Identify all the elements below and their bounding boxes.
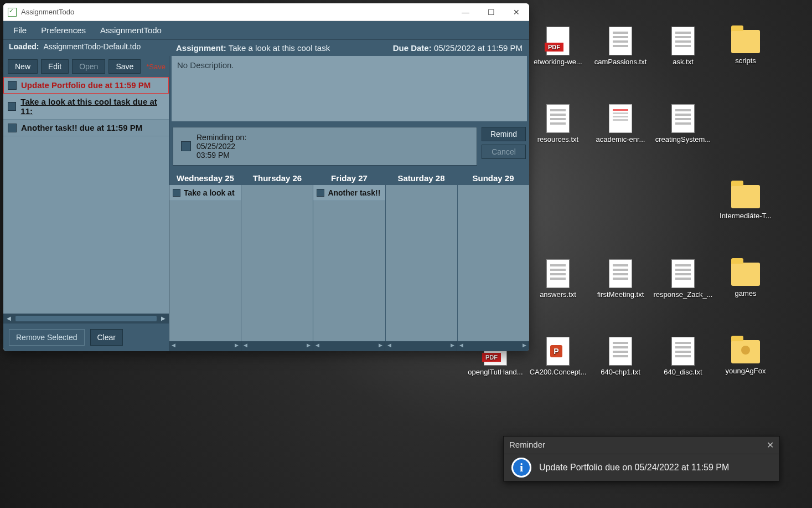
new-button[interactable]: New xyxy=(8,59,38,74)
event-label: Take a look at xyxy=(184,188,235,197)
reminder-box[interactable]: Reminding on: 05/25/2022 03:59 PM xyxy=(173,127,477,166)
desktop-icon[interactable]: 640-chp1.txt xyxy=(590,337,651,376)
edit-button[interactable]: Edit xyxy=(41,59,69,74)
desktop-icon[interactable]: firstMeeting.txt xyxy=(590,259,651,299)
remind-button[interactable]: Remind xyxy=(482,127,526,141)
menubar: File Preferences AssignmentTodo xyxy=(3,21,529,40)
detail-header: Assignment: Take a look at this cool tas… xyxy=(169,40,529,56)
desktop-icon[interactable]: etworking-we... xyxy=(527,27,588,66)
txt-icon xyxy=(671,104,695,133)
reminder-toast[interactable]: Reminder ✕ Update Portfolio due on 05/24… xyxy=(503,436,780,481)
day-header: Saturday 28 xyxy=(385,171,457,185)
task-item[interactable]: Another task!! due at 11:59 PM xyxy=(3,120,169,136)
reminder-row: Reminding on: 05/25/2022 03:59 PM Remind… xyxy=(169,124,529,169)
menu-file[interactable]: File xyxy=(13,25,27,35)
assignment-value: Take a look at this cool task xyxy=(229,43,330,53)
task-label: Another task!! due at 11:59 PM xyxy=(21,123,142,132)
toast-close-button[interactable]: ✕ xyxy=(767,440,774,450)
calendar-header: Wednesday 25Thursday 26Friday 27Saturday… xyxy=(169,171,529,185)
desktop-icon[interactable]: answers.txt xyxy=(527,259,588,299)
task-checkbox[interactable] xyxy=(8,81,17,90)
desktop-icon[interactable]: 640_disc.txt xyxy=(653,337,713,376)
desktop-icon-label: academic-enr... xyxy=(590,135,651,143)
desktop-icon[interactable]: camPassions.txt xyxy=(590,27,651,66)
close-button[interactable]: ✕ xyxy=(504,3,529,21)
task-item[interactable]: Update Portfolio due at 11:59 PM xyxy=(3,77,169,94)
content: New Edit Open Save *Save Update Portfoli… xyxy=(3,56,529,351)
day-header: Friday 27 xyxy=(313,171,385,185)
menu-about[interactable]: AssignmentTodo xyxy=(100,25,162,35)
scroll-left-icon[interactable]: ◀ xyxy=(6,315,12,322)
task-checkbox[interactable] xyxy=(8,124,17,132)
reminder-line3: 03:59 PM xyxy=(196,151,246,160)
calendar: Wednesday 25Thursday 26Friday 27Saturday… xyxy=(169,171,529,351)
doc-icon xyxy=(609,104,632,133)
reminder-text: Reminding on: 05/25/2022 03:59 PM xyxy=(196,133,246,160)
desktop-icon[interactable]: games xyxy=(715,259,776,297)
open-button[interactable]: Open xyxy=(72,59,105,74)
day-scrollbar[interactable] xyxy=(241,341,313,351)
menu-preferences[interactable]: Preferences xyxy=(41,25,86,35)
event-checkbox[interactable] xyxy=(173,189,180,197)
calendar-event[interactable]: Take a look at xyxy=(169,185,241,201)
save-button[interactable]: Save xyxy=(108,59,141,74)
reminder-checkbox[interactable] xyxy=(181,141,191,151)
task-toolbar: New Edit Open Save *Save xyxy=(3,56,169,77)
desktop-icon-label: firstMeeting.txt xyxy=(590,290,651,299)
desktop-icon-label: camPassions.txt xyxy=(590,58,651,66)
desktop-icon-label: 640-chp1.txt xyxy=(590,368,651,376)
day-scrollbar[interactable] xyxy=(313,341,385,351)
day-scrollbar[interactable] xyxy=(385,341,457,351)
scroll-thumb[interactable] xyxy=(15,316,157,321)
desktop-icon[interactable]: academic-enr... xyxy=(590,104,651,143)
day-scrollbar[interactable] xyxy=(457,341,529,351)
desktop-icon[interactable]: ask.txt xyxy=(653,27,713,66)
txt-icon xyxy=(609,27,632,55)
event-checkbox[interactable] xyxy=(317,189,324,197)
remove-selected-button[interactable]: Remove Selected xyxy=(9,329,85,346)
cancel-reminder-button[interactable]: Cancel xyxy=(482,145,526,159)
desktop-icon[interactable]: response_Zack_... xyxy=(653,259,713,299)
desktop-icon[interactable]: CA200.Concept... xyxy=(527,337,588,376)
txt-icon xyxy=(609,337,632,366)
day-scrollbar[interactable] xyxy=(169,341,241,351)
folder-icon xyxy=(731,263,760,286)
unsaved-indicator: *Save xyxy=(146,63,165,71)
clear-button[interactable]: Clear xyxy=(90,329,123,346)
day-column[interactable]: Another task!! xyxy=(313,185,385,341)
day-column[interactable] xyxy=(386,185,458,341)
txt-icon xyxy=(671,27,695,55)
calendar-event[interactable]: Another task!! xyxy=(313,185,385,201)
desktop-icon[interactable]: youngAgFox xyxy=(715,337,776,375)
calendar-footer xyxy=(169,341,529,351)
task-list[interactable]: Update Portfolio due at 11:59 PMTake a l… xyxy=(3,77,169,314)
task-label: Take a look at this cool task due at 11: xyxy=(20,97,164,116)
left-panel: New Edit Open Save *Save Update Portfoli… xyxy=(3,56,169,351)
day-column[interactable] xyxy=(458,185,529,341)
txt-icon xyxy=(609,259,632,288)
desktop-icon-label: etworking-we... xyxy=(527,58,588,66)
maximize-button[interactable]: ☐ xyxy=(478,3,504,21)
scroll-right-icon[interactable]: ▶ xyxy=(160,315,167,322)
info-icon xyxy=(511,458,531,478)
desktop-icon-label: 640_disc.txt xyxy=(653,368,713,376)
toast-header: Reminder ✕ xyxy=(504,437,779,454)
desktop-icon[interactable]: Intermediáte-T... xyxy=(715,182,776,220)
desktop-icon[interactable]: resources.txt xyxy=(527,104,588,143)
day-column[interactable]: Take a look at xyxy=(169,185,241,341)
pfolder-icon xyxy=(731,340,760,363)
loaded-bar: Loaded: AssignmentTodo-Default.tdo xyxy=(3,40,169,53)
minimize-button[interactable]: — xyxy=(453,3,478,21)
task-list-scrollbar[interactable]: ◀ ▶ xyxy=(3,314,169,324)
desktop-icon[interactable]: scripts xyxy=(715,27,776,65)
app-chrome: File Preferences AssignmentTodo Loaded: … xyxy=(3,21,529,351)
assignment-label: Assignment: xyxy=(176,43,226,53)
task-checkbox[interactable] xyxy=(8,102,16,111)
task-item[interactable]: Take a look at this cool task due at 11: xyxy=(3,94,169,120)
desktop-icon[interactable]: creatingSystem... xyxy=(653,104,713,143)
description-box[interactable]: No Description. xyxy=(172,56,527,121)
desktop-icon-label: games xyxy=(715,289,776,297)
day-column[interactable] xyxy=(241,185,313,341)
folder-icon xyxy=(731,30,760,53)
day-header: Wednesday 25 xyxy=(169,171,241,185)
